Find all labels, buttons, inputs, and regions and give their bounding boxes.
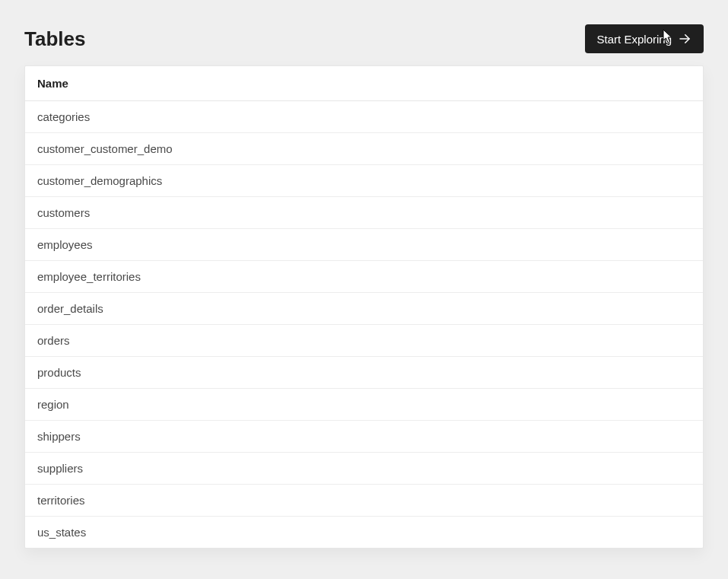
table-row[interactable]: us_states (25, 517, 703, 548)
start-exploring-label: Start Exploring (597, 33, 672, 46)
table-row[interactable]: territories (25, 485, 703, 517)
table-row[interactable]: shippers (25, 421, 703, 453)
table-row[interactable]: customer_customer_demo (25, 133, 703, 165)
table-row[interactable]: orders (25, 325, 703, 357)
table-row[interactable]: suppliers (25, 453, 703, 485)
table-row[interactable]: order_details (25, 293, 703, 325)
table-row[interactable]: employees (25, 229, 703, 261)
start-exploring-button[interactable]: Start Exploring (585, 24, 704, 53)
table-row[interactable]: categories (25, 101, 703, 133)
arrow-right-icon (678, 32, 691, 46)
table-row[interactable]: products (25, 357, 703, 389)
table-row[interactable]: customers (25, 197, 703, 229)
page-header: Tables Start Exploring (24, 24, 704, 53)
table-row[interactable]: customer_demographics (25, 165, 703, 197)
column-header-name: Name (25, 66, 703, 101)
tables-list: Name categoriescustomer_customer_democus… (24, 65, 704, 549)
page-title: Tables (24, 27, 85, 51)
table-row[interactable]: region (25, 389, 703, 421)
table-row[interactable]: employee_territories (25, 261, 703, 293)
